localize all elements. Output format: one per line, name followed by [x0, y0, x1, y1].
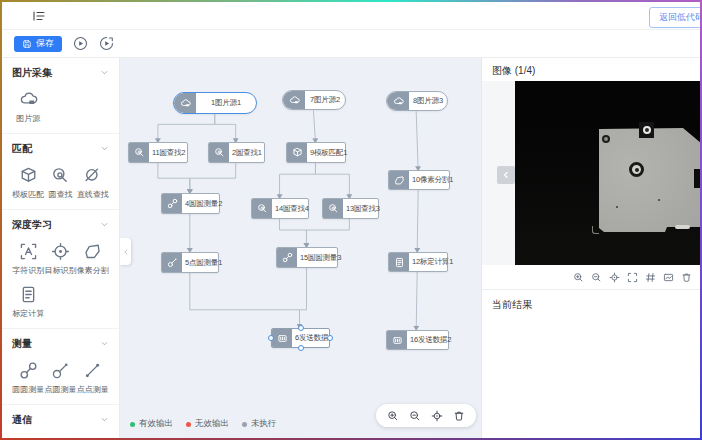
flow-node-14[interactable]: 14圆查找4 [251, 198, 309, 219]
flow-node-9[interactable]: 9模板匹配1 [286, 142, 346, 163]
zoom-in-button[interactable] [387, 410, 399, 422]
grid-button[interactable] [645, 272, 656, 283]
lasso-icon [394, 175, 405, 186]
step-run-button[interactable] [99, 36, 114, 51]
trash-button[interactable] [453, 410, 465, 422]
find-circle-icon [134, 147, 145, 158]
save-icon [22, 39, 32, 49]
zoom-out-button[interactable] [409, 410, 421, 422]
node-label: 12标定计算1 [409, 253, 456, 271]
tool-item-label: 直线查找 [77, 189, 109, 200]
tool-item[interactable]: 目标识别 [44, 242, 76, 276]
section-header[interactable]: 匹配 [12, 141, 109, 156]
legend-item: 有效输出 [130, 418, 173, 430]
trash-icon [453, 410, 465, 422]
flow-node-2[interactable]: 2圆查找1 [208, 142, 265, 163]
tool-item[interactable]: 像素分割 [77, 242, 109, 276]
zoom-out-icon [409, 410, 421, 422]
section-header[interactable]: 深度学习 [12, 217, 109, 232]
inspected-part [515, 81, 700, 265]
flow-node-6[interactable]: 6发送数据1 [271, 328, 330, 348]
tool-item-label: 标定计算 [12, 308, 44, 319]
part-bottom-hook [592, 226, 599, 234]
node-label: 4圆圆测量2 [182, 194, 225, 213]
flow-node-11[interactable]: 11圆查找2 [128, 142, 188, 163]
fullscreen-button[interactable] [627, 272, 638, 283]
flow-node-5[interactable]: 5点圆测量1 [161, 252, 219, 273]
chev-down-icon [100, 144, 109, 153]
play-icon [73, 36, 88, 51]
measure-cc-icon [282, 252, 293, 263]
canvas-zoom-controls [376, 404, 476, 427]
prev-image-button[interactable] [497, 166, 515, 184]
flow-node-12[interactable]: 12标定计算1 [388, 252, 448, 272]
compare-button[interactable] [663, 272, 674, 283]
locate-icon [609, 272, 620, 283]
locate-button[interactable] [431, 410, 443, 422]
tool-item[interactable] [12, 437, 44, 438]
tool-item[interactable]: 点点测量 [77, 361, 109, 395]
tool-item-label: 圆圆测量 [12, 384, 44, 395]
section-header[interactable]: 测量 [12, 336, 109, 351]
save-label: 保存 [36, 37, 54, 50]
node-label: 7图片源2 [305, 91, 345, 109]
save-button[interactable]: 保存 [14, 36, 62, 52]
camera-icon [393, 96, 404, 107]
node-label: 1图片源1 [196, 93, 256, 113]
node-label: 8图片源3 [409, 92, 447, 110]
flow-toolbar: 保存 [2, 30, 700, 58]
chev-down-icon [100, 220, 109, 229]
collapse-panel-handle[interactable] [120, 238, 131, 265]
sidebar-section-4: 测量圆圆测量点圆测量点点测量 [2, 329, 119, 405]
tool-item-label: 目标识别 [44, 265, 76, 276]
node-icon-box [209, 143, 229, 162]
part-right-notch [694, 169, 700, 188]
node-icon-box [323, 199, 343, 218]
flow-node-8[interactable]: 8图片源3 [386, 91, 448, 111]
node-label: 14圆查找4 [272, 199, 312, 218]
run-button[interactable] [73, 36, 88, 51]
tool-item[interactable]: 字符识别 [12, 242, 44, 276]
flow-node-7[interactable]: 7图片源2 [282, 90, 346, 110]
flow-node-15[interactable]: 15圆圆测量3 [276, 247, 338, 268]
tool-item[interactable]: 图片源 [12, 90, 44, 124]
section-header[interactable]: 通信 [12, 412, 109, 427]
trash-button[interactable] [681, 272, 692, 283]
tool-item[interactable]: 圆圆测量 [12, 361, 44, 395]
flow-node-4[interactable]: 4圆圆测量2 [161, 193, 220, 214]
zoom-in-button[interactable] [573, 272, 584, 283]
tool-item[interactable]: 标定计算 [12, 285, 44, 319]
back-to-lowcode-button[interactable]: 返回低代码 [649, 7, 700, 28]
section-title: 图片采集 [12, 66, 52, 80]
tool-item-label: 像素分割 [77, 265, 109, 276]
send-icon [392, 335, 403, 346]
result-panel-title: 当前结果 [482, 290, 700, 320]
vision-image[interactable] [515, 81, 700, 265]
zoom-out-button[interactable] [591, 272, 602, 283]
locate-icon [431, 410, 443, 422]
send-icon [277, 333, 288, 344]
tool-item[interactable]: 模板匹配 [12, 166, 44, 200]
measure-pc-icon [167, 257, 178, 268]
measure-pc-icon [51, 361, 70, 380]
fullscreen-icon [627, 272, 638, 283]
menu-icon[interactable] [32, 9, 46, 23]
flow-node-16[interactable]: 16发送数据2 [386, 330, 449, 350]
tool-item[interactable]: 直线查找 [77, 166, 109, 200]
section-header[interactable]: 图片采集 [12, 65, 109, 80]
flow-node-1[interactable]: 1图片源1 [173, 92, 257, 114]
legend-item: 未执行 [242, 418, 277, 430]
flow-canvas[interactable]: 1图片源17图片源28图片源311圆查找22圆查找19模板匹配110像素分割14… [120, 58, 481, 438]
send-icon [19, 437, 38, 438]
step-icon [99, 36, 114, 51]
node-icon-box [129, 143, 149, 162]
flow-node-13[interactable]: 13圆查找3 [322, 198, 379, 219]
tool-item[interactable]: 圆查找 [44, 166, 76, 200]
tool-item[interactable]: 点圆测量 [44, 361, 76, 395]
tool-item-label: 点点测量 [77, 384, 109, 395]
flow-node-10[interactable]: 10像素分割1 [388, 170, 450, 190]
top-bar: 返回低代码 [2, 2, 700, 30]
node-icon-box [287, 143, 307, 162]
part-small-hole [602, 135, 610, 143]
locate-button[interactable] [609, 272, 620, 283]
